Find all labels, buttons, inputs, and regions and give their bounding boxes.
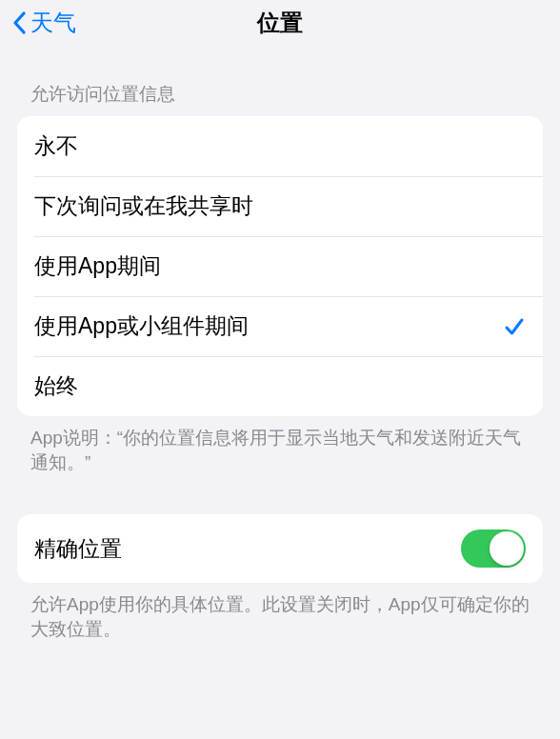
option-label: 使用App或小组件期间 [34, 311, 249, 341]
page-title: 位置 [257, 8, 303, 38]
option-while-using-app-or-widget[interactable]: 使用App或小组件期间 [17, 296, 543, 356]
chevron-left-icon [11, 10, 29, 36]
option-ask-next-time[interactable]: 下次询问或在我共享时 [17, 176, 543, 236]
option-label: 永不 [34, 131, 78, 161]
option-always[interactable]: 始终 [17, 356, 543, 416]
precise-location-group: 精确位置 [17, 514, 543, 583]
section-footer-precise: 允许App使用你的具体位置。此设置关闭时，App仅可确定你的大致位置。 [0, 583, 560, 641]
option-label: 下次询问或在我共享时 [34, 191, 253, 221]
section-footer-app-description: App说明：“你的位置信息将用于显示当地天气和发送附近天气通知。” [0, 416, 560, 474]
option-label: 始终 [34, 371, 78, 401]
location-access-group: 永不 下次询问或在我共享时 使用App期间 使用App或小组件期间 始终 [17, 116, 543, 416]
precise-location-label: 精确位置 [34, 534, 122, 564]
option-label: 使用App期间 [34, 251, 161, 281]
spacer [0, 474, 560, 514]
precise-location-row: 精确位置 [17, 514, 543, 583]
toggle-knob [490, 531, 524, 566]
checkmark-icon [503, 315, 526, 338]
option-never[interactable]: 永不 [17, 116, 543, 176]
back-button[interactable]: 天气 [8, 4, 80, 42]
precise-location-toggle[interactable] [461, 529, 526, 568]
back-label: 天气 [30, 8, 76, 38]
section-header-access: 允许访问位置信息 [0, 46, 560, 116]
navigation-bar: 天气 位置 [0, 0, 560, 46]
option-while-using-app[interactable]: 使用App期间 [17, 236, 543, 296]
